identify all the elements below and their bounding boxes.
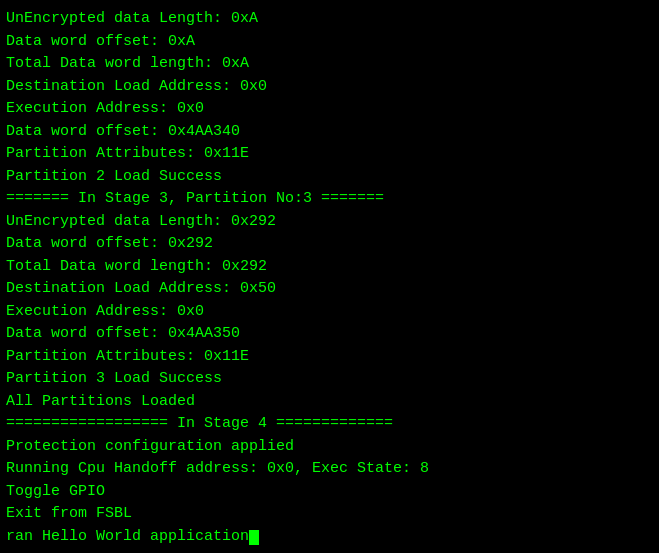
terminal-line: Data word offset: 0x292 [6, 233, 653, 256]
terminal-line: UnEncrypted data Length: 0x292 [6, 211, 653, 234]
terminal-line: Running Cpu Handoff address: 0x0, Exec S… [6, 458, 653, 481]
terminal-line: Partition Attributes: 0x11E [6, 143, 653, 166]
terminal-line: Partition 3 Load Success [6, 368, 653, 391]
terminal-line: Destination Load Address: 0x50 [6, 278, 653, 301]
terminal-line: Execution Address: 0x0 [6, 301, 653, 324]
terminal-cursor [249, 530, 259, 545]
terminal-line: ran Hello World application [6, 526, 653, 549]
terminal-window: UnEncrypted data Length: 0xAData word of… [0, 0, 659, 553]
terminal-line: Execution Address: 0x0 [6, 98, 653, 121]
terminal-line: Total Data word length: 0x292 [6, 256, 653, 279]
terminal-line: Data word offset: 0xA [6, 31, 653, 54]
terminal-line: Toggle GPIO [6, 481, 653, 504]
terminal-line: Partition Attributes: 0x11E [6, 346, 653, 369]
terminal-line: All Partitions Loaded [6, 391, 653, 414]
terminal-line: ======= In Stage 3, Partition No:3 =====… [6, 188, 653, 211]
terminal-line: Data word offset: 0x4AA350 [6, 323, 653, 346]
terminal-line: Partition 2 Load Success [6, 166, 653, 189]
terminal-line: Protection configuration applied [6, 436, 653, 459]
terminal-line: ================== In Stage 4 ==========… [6, 413, 653, 436]
terminal-line: Exit from FSBL [6, 503, 653, 526]
terminal-line: Total Data word length: 0xA [6, 53, 653, 76]
terminal-line: Data word offset: 0x4AA340 [6, 121, 653, 144]
terminal-line: UnEncrypted data Length: 0xA [6, 8, 653, 31]
terminal-line: Destination Load Address: 0x0 [6, 76, 653, 99]
